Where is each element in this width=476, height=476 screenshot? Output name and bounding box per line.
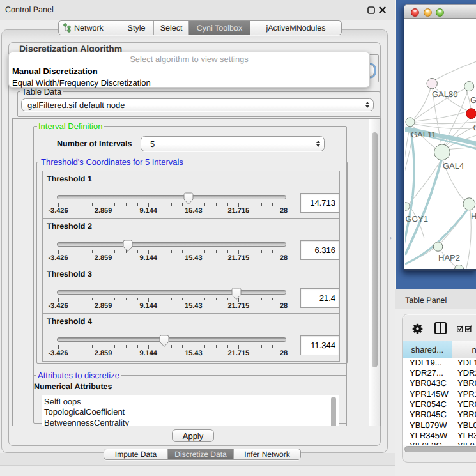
network-edge[interactable]	[405, 127, 410, 171]
tab-label: Cyni Toolbox	[197, 24, 242, 33]
tab-jactivemnodules[interactable]: jActiveMNodules	[250, 21, 341, 35]
table-row[interactable]: YPR145WYPR1...	[403, 389, 476, 399]
tab-network[interactable]: Network	[59, 21, 119, 35]
tab-impute-data[interactable]: Impute Data	[104, 449, 168, 459]
network-edge[interactable]	[415, 122, 476, 124]
slider-major-tick	[238, 345, 239, 349]
close-icon[interactable]	[378, 6, 387, 14]
tab-infer-network[interactable]: Infer Network	[234, 449, 300, 459]
tab-cyni-toolbox[interactable]: Cyni Toolbox	[189, 21, 250, 35]
slider-minor-tick	[160, 298, 160, 301]
network-canvas[interactable]: GAL80GACYGAL11GAL4HAGCY1HAP2	[405, 19, 476, 270]
threshold-value-field[interactable]: 11.344	[300, 335, 339, 355]
dropdown-item-manual-discretization[interactable]: Manual Discretization	[12, 66, 98, 76]
slider-minor-tick	[81, 203, 81, 206]
slider-minor-tick	[81, 345, 81, 348]
network-node-cy[interactable]	[466, 109, 476, 119]
settings-scrollbar[interactable]	[369, 119, 380, 426]
network-window-titlebar[interactable]	[404, 5, 476, 19]
table-row[interactable]: YBR043CYBR0...	[403, 378, 476, 388]
slider-tick-label: 21.715	[228, 254, 250, 262]
network-edge[interactable]	[415, 111, 469, 121]
table-row[interactable]: YBR045CYBR0...	[403, 410, 476, 420]
table-row[interactable]: YDL19...YDL1...	[403, 358, 476, 368]
slider-minor-tick	[227, 250, 228, 253]
threshold-value-field[interactable]: 6.316	[300, 240, 339, 260]
network-node-ha[interactable]	[463, 198, 475, 210]
node-label-ga: GA	[470, 95, 476, 105]
table-data-combo[interactable]: galFiltered.sif default node	[21, 98, 374, 111]
threshold-value-field[interactable]: 14.713	[300, 193, 339, 213]
slider-minor-tick	[261, 345, 262, 348]
slider-minor-tick	[114, 298, 115, 301]
slider-tick-label: 9.144	[139, 349, 157, 357]
network-edge[interactable]	[435, 61, 476, 80]
threshold-panel-2: Threshold 2-3.4262.8599.14415.4321.71528…	[42, 218, 340, 266]
network-node-gal80[interactable]	[427, 79, 437, 89]
slider-track[interactable]	[57, 242, 286, 247]
threshold-label: Threshold 1	[47, 174, 92, 183]
slider-tick-label: 15.43	[185, 302, 203, 310]
slider-track[interactable]	[57, 337, 286, 342]
attributes-list-scrollbar[interactable]	[329, 395, 339, 426]
table-row[interactable]: YER054CYER0...	[403, 399, 476, 410]
table-row[interactable]: YLR345WYLR3...	[403, 431, 476, 441]
slider-track[interactable]	[57, 195, 286, 199]
cell-name: YBL0...	[457, 420, 476, 430]
network-edge[interactable]	[415, 124, 476, 129]
table-data-combo-value: galFiltered.sif default node	[22, 100, 125, 110]
threshold-panel-4: Threshold 4-3.4262.8599.14415.4321.71528…	[42, 313, 340, 362]
threshold-value-field[interactable]: 21.4	[300, 288, 339, 308]
slider-major-tick	[284, 250, 284, 254]
attribute-list-item[interactable]: TopologicalCoefficient	[44, 407, 125, 417]
network-node-hap2[interactable]	[433, 242, 443, 252]
slider-track[interactable]	[57, 290, 286, 295]
table-row[interactable]: YDR27...YDR2...	[403, 368, 476, 378]
dropdown-prompt-item[interactable]: Select algorithm to view settings	[9, 54, 369, 64]
slider-minor-tick	[204, 345, 205, 348]
column-header-name[interactable]: na...	[452, 341, 476, 358]
table-row[interactable]: YBL079WYBL0...	[403, 420, 476, 431]
settings-scrollbar-thumb[interactable]	[372, 132, 378, 367]
node-label-ha: HA	[471, 211, 476, 221]
tab-discretize-data[interactable]: Discretize Data	[168, 449, 234, 459]
table-row[interactable]: YIL052CYIL0...	[403, 441, 476, 444]
tab-style[interactable]: Style	[119, 21, 154, 35]
table-horizontal-scrollbar-thumb[interactable]	[404, 446, 476, 452]
slider-tick-label: 28	[280, 349, 288, 357]
numerical-attributes-list[interactable]: SelfLoopsTopologicalCoefficientBetweenne…	[42, 395, 329, 426]
slider-major-tick	[284, 345, 284, 349]
node-attribute-table: shared... na... YDL19...YDL1...YDR27...Y…	[403, 341, 476, 452]
gear-icon[interactable]	[412, 323, 423, 334]
zoom-light-green[interactable]	[436, 8, 444, 17]
cell-name: YPR1...	[457, 389, 476, 399]
network-edge[interactable]	[405, 160, 441, 211]
slider-thumb[interactable]	[123, 240, 132, 251]
slider-minor-tick	[160, 250, 160, 253]
checkbox-checked-icon[interactable]	[465, 325, 472, 332]
tab-select[interactable]: Select	[154, 21, 189, 35]
slider-thumb[interactable]	[231, 288, 241, 299]
checkbox-checked-icon[interactable]	[457, 325, 464, 332]
slider-thumb[interactable]	[183, 192, 193, 204]
apply-button[interactable]: Apply	[172, 429, 214, 442]
network-node-gal4[interactable]	[434, 144, 450, 160]
attributes-list-scrollbar-thumb[interactable]	[331, 397, 336, 426]
slider-minor-tick	[272, 345, 273, 348]
network-edge[interactable]	[466, 210, 471, 270]
network-node-gal11[interactable]	[406, 118, 415, 127]
split-divider-grip[interactable]: ›	[390, 234, 393, 242]
tab-label: Discretize Data	[174, 450, 226, 459]
tab-label: Network	[74, 24, 104, 33]
attribute-list-item[interactable]: SelfLoops	[44, 397, 81, 406]
network-node-ga[interactable]	[464, 82, 474, 91]
minimize-light-yellow[interactable]	[424, 8, 432, 17]
slider-thumb[interactable]	[159, 335, 169, 346]
close-light-red[interactable]	[411, 8, 419, 17]
split-pane-icon[interactable]	[434, 322, 447, 334]
table-horizontal-scrollbar[interactable]	[403, 445, 476, 452]
column-header-shared-name[interactable]: shared...	[403, 341, 452, 358]
attribute-list-item[interactable]: BetweennessCentrality	[44, 418, 129, 426]
dropdown-item-equal-width[interactable]: Equal Width/Frequency Discretization	[12, 78, 151, 88]
float-window-icon[interactable]	[367, 6, 375, 14]
